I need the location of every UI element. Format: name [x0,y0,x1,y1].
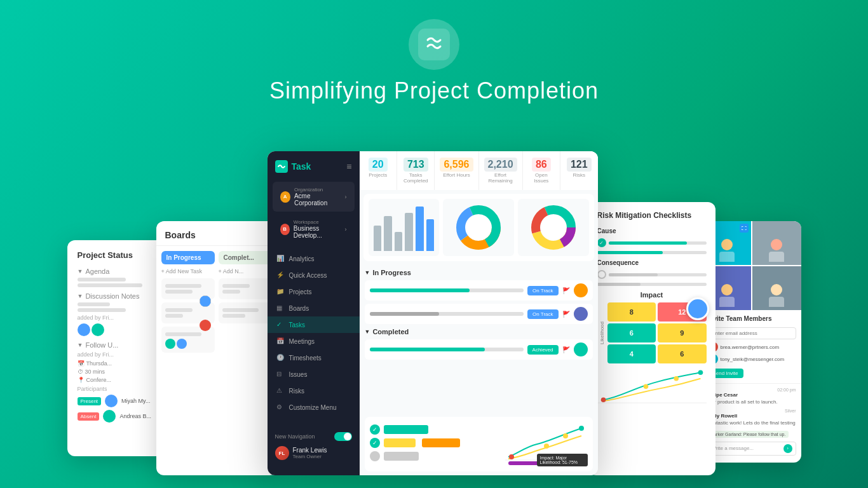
workspace-section[interactable]: B Workspace Business Develop... › [273,214,355,244]
sidebar-header: Task ≡ [268,160,360,173]
donut-chart-1 [443,199,514,256]
nav-quick-access[interactable]: ⚡ Quick Access [268,267,360,283]
org-section[interactable]: A Organization Acme Corporation › [273,182,355,212]
stat-value-effort: 6,596 [440,158,473,172]
stat-label-risks: Risks [566,172,592,178]
chat-time-1: 02:00 pm [777,388,796,392]
nav-customize[interactable]: ⚙ Customize Menu [268,399,360,416]
gantt-row-2: ✓ [370,438,500,448]
folder-icon: 📁 [276,288,284,295]
chat-section: Felipe Cesar 02:00 pm Our product is all… [703,383,801,459]
grid-icon: ▦ [276,304,284,312]
add-task-btn-1[interactable]: + Add New Task [161,268,215,274]
chat-input[interactable]: Write a message... [712,445,782,451]
bar-3 [395,232,403,251]
nav-issues[interactable]: ⊟ Issues [268,366,360,383]
cause-bar [609,241,707,245]
task-status-2[interactable]: On Track [527,309,558,319]
add-task-btn-2[interactable]: + Add N... [219,268,272,274]
video-chat-card: ⛶ [703,221,801,463]
gantt-bar-1 [384,425,428,434]
bar-chart-box [369,199,440,256]
inprogress-section-header: ▼ In Progress [365,269,593,276]
agenda-bar-2 [78,283,142,287]
inprogress-col: In Progress + Add New Task [161,251,215,356]
grid-cell-6: 6 [658,344,707,363]
invite-row-1: brea.wemer@prtners.com [708,342,796,352]
svg-point-15 [579,426,584,431]
task-status-1[interactable]: On Track [527,286,558,295]
consequence-bar-2 [597,283,707,286]
project-status-card: Project Status ▼ Agenda ▼ Discussion Not… [67,240,169,456]
gantt-bar-4 [384,452,419,461]
stat-effort: 6,596 Effort Hours [435,151,478,190]
task-status-3[interactable]: Achieved [527,345,559,355]
stat-label-tasks: Tasks Completed [402,172,429,184]
stats-bar: 20 Projects 713 Tasks Completed 6,596 Ef… [360,151,598,190]
stat-value-issues: 86 [532,158,551,172]
stat-issues: 86 Open Issues [523,151,560,190]
workspace-avatar: B [280,224,290,235]
completed-col: Complet... + Add N... [219,251,272,356]
project-status-title: Project Status [78,250,159,260]
invite-row-2: tony_steik@messenger.com [708,354,796,364]
settings-icon: ⚙ [276,403,284,411]
send-arrow-icon[interactable]: › [783,444,792,453]
nav-meetings[interactable]: 📅 Meetings [268,333,360,349]
flag-icon-1: 🚩 [562,287,570,294]
logo-icon [409,19,459,70]
task-avatar-row2 [574,307,588,321]
nav-tasks[interactable]: ✓ Tasks [268,316,360,333]
svg-point-18 [600,397,606,402]
org-avatar: A [280,191,290,203]
agenda-bar-1 [78,278,126,281]
nav-timesheets[interactable]: 🕐 Timesheets [268,349,360,366]
calendar-icon: 📅 [276,337,284,345]
consequence-radio [597,270,606,279]
nav-projects[interactable]: 📁 Projects [268,283,360,300]
location-row: 📍 Confere... [78,377,159,383]
added-text-2: added by Fri... [78,351,159,358]
stat-value-tasks: 713 [403,158,428,172]
task-row-1: On Track 🚩 [365,280,593,301]
bar-2 [384,216,392,251]
nav-boards[interactable]: ▦ Boards [268,300,360,316]
duration-row: ⏱ 30 mins [78,369,159,375]
nav-risks[interactable]: ⚠ Risks [268,383,360,399]
risk-title: Risk Mitigation Checklists [597,211,707,220]
p2-name: Andreas B... [119,413,151,419]
user-name: Frank Lewis [293,447,327,454]
consequence-check-row [597,270,707,279]
risk-scurve [597,369,707,410]
chat-msg-2: Judy Rowell Silver Fantastic work! Lets … [708,409,796,438]
avatar-small-1 [165,339,175,349]
person-3 [719,284,735,307]
hamburger-icon[interactable]: ≡ [346,161,351,172]
likelihood-label: Likelihood [599,322,605,344]
stat-projects: 20 Projects [360,151,397,190]
followup-label: ▼ Follow U... [78,341,159,349]
task-avatar-row1 [574,283,588,297]
person-2 [769,239,784,262]
chat-text-2: Fantastic work! Lets do the final testin… [708,420,796,426]
star-icon: ⚡ [276,271,284,279]
check-icon: ✓ [276,321,284,329]
task-avatar-row3 [574,342,588,356]
nav-analytics[interactable]: 📊 Analytics [268,250,360,267]
invite-title: Invite Team Members [708,315,796,322]
invite-input-1[interactable] [708,327,796,339]
discussion-notes-label: ▼ Discussion Notes [78,292,159,300]
participants-label: Participants [78,386,159,392]
tasks-section: ▼ In Progress On Track 🚩 On Track [360,265,598,417]
flag-icon-2: 🚩 [562,311,570,318]
user-row: FL Frank Lewis Team Owner [275,446,352,460]
new-nav-toggle[interactable] [334,432,352,441]
person-4 [769,284,784,307]
chat-msg-1: Felipe Cesar 02:00 pm Our product is all… [708,388,796,405]
boards-columns: In Progress + Add New Task [156,246,277,361]
task-row-3: Achieved 🚩 [365,339,593,360]
bar-1 [374,226,382,251]
video-cell-4 [752,266,801,310]
risk-card: Risk Mitigation Checklists Cause ✓ Conse… [588,202,715,475]
gantt-row-1: ✓ [370,424,500,435]
